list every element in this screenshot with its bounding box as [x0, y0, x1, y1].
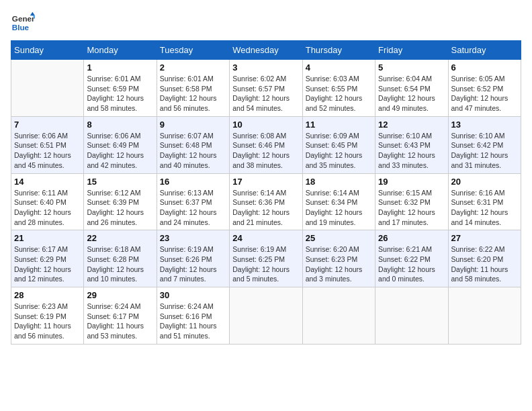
day-info: Sunrise: 6:15 AMSunset: 6:32 PMDaylight:… — [378, 188, 445, 228]
day-info: Sunrise: 6:01 AMSunset: 6:58 PMDaylight:… — [160, 74, 226, 113]
day-number: 28 — [14, 290, 81, 300]
day-info: Sunrise: 6:17 AMSunset: 6:29 PMDaylight:… — [14, 244, 81, 284]
day-info: Sunrise: 6:14 AMSunset: 6:34 PMDaylight:… — [306, 188, 372, 228]
day-cell: 29Sunrise: 6:24 AMSunset: 6:17 PMDayligh… — [84, 287, 157, 345]
calendar-table: SundayMondayTuesdayWednesdayThursdayFrid… — [11, 40, 521, 345]
calendar-body: 1Sunrise: 6:01 AMSunset: 6:59 PMDaylight… — [11, 60, 521, 345]
day-number: 24 — [232, 233, 299, 243]
day-number: 12 — [378, 120, 445, 130]
page-header: General Blue — [11, 11, 521, 35]
day-number: 10 — [232, 120, 299, 130]
day-info: Sunrise: 6:06 AMSunset: 6:49 PMDaylight:… — [87, 131, 153, 171]
day-info: Sunrise: 6:16 AMSunset: 6:31 PMDaylight:… — [451, 188, 518, 228]
day-cell: 25Sunrise: 6:20 AMSunset: 6:23 PMDayligh… — [302, 230, 375, 287]
header-wednesday: Wednesday — [230, 41, 302, 60]
header-sunday: Sunday — [11, 41, 84, 60]
day-number: 3 — [232, 62, 299, 73]
day-cell: 11Sunrise: 6:09 AMSunset: 6:45 PMDayligh… — [302, 116, 375, 173]
day-cell: 24Sunrise: 6:19 AMSunset: 6:25 PMDayligh… — [230, 230, 302, 287]
day-info: Sunrise: 6:04 AMSunset: 6:54 PMDaylight:… — [378, 74, 445, 113]
day-number: 15 — [87, 177, 153, 187]
day-number: 21 — [14, 233, 81, 243]
day-cell: 9Sunrise: 6:07 AMSunset: 6:48 PMDaylight… — [157, 116, 229, 173]
day-info: Sunrise: 6:11 AMSunset: 6:40 PMDaylight:… — [14, 188, 81, 228]
day-number: 1 — [87, 62, 153, 73]
day-info: Sunrise: 6:18 AMSunset: 6:28 PMDaylight:… — [87, 244, 153, 284]
day-number: 14 — [14, 177, 81, 187]
day-cell: 23Sunrise: 6:19 AMSunset: 6:26 PMDayligh… — [157, 230, 229, 287]
day-number: 27 — [451, 233, 518, 243]
day-number: 17 — [232, 177, 299, 187]
week-row-4: 21Sunrise: 6:17 AMSunset: 6:29 PMDayligh… — [11, 230, 521, 287]
calendar-header: SundayMondayTuesdayWednesdayThursdayFrid… — [11, 41, 521, 60]
week-row-3: 14Sunrise: 6:11 AMSunset: 6:40 PMDayligh… — [11, 173, 521, 230]
header-monday: Monday — [84, 41, 157, 60]
day-cell: 7Sunrise: 6:06 AMSunset: 6:51 PMDaylight… — [11, 116, 84, 173]
day-cell — [11, 60, 84, 117]
day-cell: 4Sunrise: 6:03 AMSunset: 6:55 PMDaylight… — [302, 60, 375, 117]
day-info: Sunrise: 6:03 AMSunset: 6:55 PMDaylight:… — [306, 74, 372, 113]
day-info: Sunrise: 6:21 AMSunset: 6:22 PMDaylight:… — [378, 244, 445, 284]
header-thursday: Thursday — [302, 41, 375, 60]
day-number: 2 — [160, 62, 226, 73]
day-cell: 16Sunrise: 6:13 AMSunset: 6:37 PMDayligh… — [157, 173, 229, 230]
day-cell: 18Sunrise: 6:14 AMSunset: 6:34 PMDayligh… — [302, 173, 375, 230]
day-cell: 14Sunrise: 6:11 AMSunset: 6:40 PMDayligh… — [11, 173, 84, 230]
day-cell: 6Sunrise: 6:05 AMSunset: 6:52 PMDaylight… — [448, 60, 521, 117]
day-number: 23 — [160, 233, 226, 243]
day-info: Sunrise: 6:13 AMSunset: 6:37 PMDaylight:… — [160, 188, 226, 228]
day-cell: 17Sunrise: 6:14 AMSunset: 6:36 PMDayligh… — [230, 173, 302, 230]
day-info: Sunrise: 6:24 AMSunset: 6:16 PMDaylight:… — [160, 302, 226, 341]
day-cell: 10Sunrise: 6:08 AMSunset: 6:46 PMDayligh… — [230, 116, 302, 173]
logo: General Blue — [11, 11, 35, 35]
day-number: 20 — [451, 177, 518, 187]
day-number: 22 — [87, 233, 153, 243]
day-number: 26 — [378, 233, 445, 243]
day-cell: 5Sunrise: 6:04 AMSunset: 6:54 PMDaylight… — [375, 60, 448, 117]
day-cell: 19Sunrise: 6:15 AMSunset: 6:32 PMDayligh… — [375, 173, 448, 230]
day-number: 4 — [306, 62, 372, 73]
day-info: Sunrise: 6:05 AMSunset: 6:52 PMDaylight:… — [451, 74, 518, 113]
day-info: Sunrise: 6:02 AMSunset: 6:57 PMDaylight:… — [232, 74, 299, 113]
day-cell: 1Sunrise: 6:01 AMSunset: 6:59 PMDaylight… — [84, 60, 157, 117]
svg-text:Blue: Blue — [12, 23, 30, 32]
day-cell — [375, 287, 448, 345]
day-number: 18 — [306, 177, 372, 187]
day-number: 9 — [160, 120, 226, 130]
day-cell: 27Sunrise: 6:22 AMSunset: 6:20 PMDayligh… — [448, 230, 521, 287]
day-cell — [448, 287, 521, 345]
week-row-5: 28Sunrise: 6:23 AMSunset: 6:19 PMDayligh… — [11, 287, 521, 345]
day-number: 16 — [160, 177, 226, 187]
day-info: Sunrise: 6:09 AMSunset: 6:45 PMDaylight:… — [306, 131, 372, 171]
day-number: 13 — [451, 120, 518, 130]
day-info: Sunrise: 6:14 AMSunset: 6:36 PMDaylight:… — [232, 188, 299, 228]
week-row-1: 1Sunrise: 6:01 AMSunset: 6:59 PMDaylight… — [11, 60, 521, 117]
day-info: Sunrise: 6:01 AMSunset: 6:59 PMDaylight:… — [87, 74, 153, 113]
day-cell: 26Sunrise: 6:21 AMSunset: 6:22 PMDayligh… — [375, 230, 448, 287]
day-cell: 13Sunrise: 6:10 AMSunset: 6:42 PMDayligh… — [448, 116, 521, 173]
day-number: 19 — [378, 177, 445, 187]
day-cell: 8Sunrise: 6:06 AMSunset: 6:49 PMDaylight… — [84, 116, 157, 173]
day-info: Sunrise: 6:06 AMSunset: 6:51 PMDaylight:… — [14, 131, 81, 171]
day-number: 7 — [14, 120, 81, 130]
day-number: 5 — [378, 62, 445, 73]
day-cell — [230, 287, 302, 345]
day-info: Sunrise: 6:10 AMSunset: 6:42 PMDaylight:… — [451, 131, 518, 171]
day-info: Sunrise: 6:23 AMSunset: 6:19 PMDaylight:… — [14, 302, 81, 341]
day-cell: 15Sunrise: 6:12 AMSunset: 6:39 PMDayligh… — [84, 173, 157, 230]
day-cell: 2Sunrise: 6:01 AMSunset: 6:58 PMDaylight… — [157, 60, 229, 117]
day-cell: 30Sunrise: 6:24 AMSunset: 6:16 PMDayligh… — [157, 287, 229, 345]
day-number: 29 — [87, 290, 153, 300]
week-row-2: 7Sunrise: 6:06 AMSunset: 6:51 PMDaylight… — [11, 116, 521, 173]
day-cell: 28Sunrise: 6:23 AMSunset: 6:19 PMDayligh… — [11, 287, 84, 345]
day-number: 25 — [306, 233, 372, 243]
day-info: Sunrise: 6:10 AMSunset: 6:43 PMDaylight:… — [378, 131, 445, 171]
header-tuesday: Tuesday — [157, 41, 229, 60]
day-info: Sunrise: 6:24 AMSunset: 6:17 PMDaylight:… — [87, 302, 153, 341]
day-cell: 20Sunrise: 6:16 AMSunset: 6:31 PMDayligh… — [448, 173, 521, 230]
day-number: 30 — [160, 290, 226, 300]
day-info: Sunrise: 6:07 AMSunset: 6:48 PMDaylight:… — [160, 131, 226, 171]
day-cell: 3Sunrise: 6:02 AMSunset: 6:57 PMDaylight… — [230, 60, 302, 117]
day-number: 6 — [451, 62, 518, 73]
day-cell: 21Sunrise: 6:17 AMSunset: 6:29 PMDayligh… — [11, 230, 84, 287]
